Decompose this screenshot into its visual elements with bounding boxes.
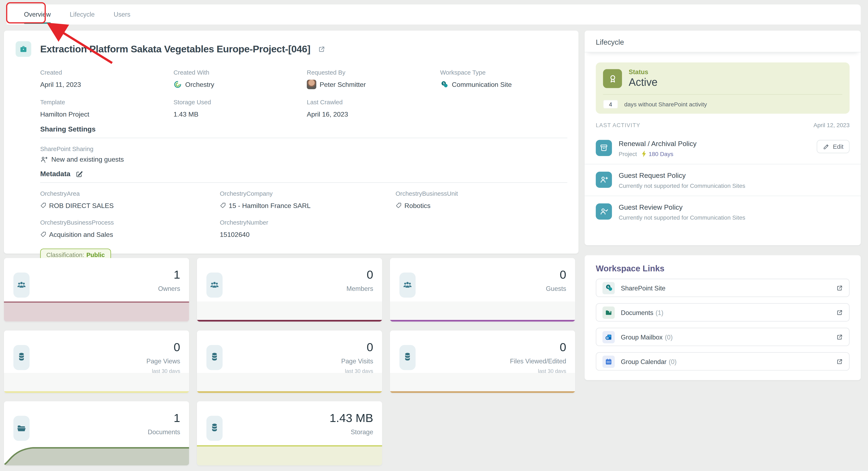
policy-title: Renewal / Archival Policy	[619, 140, 696, 148]
divider	[40, 138, 567, 138]
link-group-calendar[interactable]: Group Calendar (0)	[596, 352, 850, 371]
database-icon	[13, 345, 30, 370]
tag-icon	[396, 202, 402, 209]
members-sparkline	[197, 301, 382, 322]
stat-label: Guests	[546, 285, 566, 292]
page-visits-sparkline	[197, 373, 382, 393]
person-plus-icon	[596, 172, 612, 188]
field-template: Template Hamilton Project	[40, 99, 174, 119]
status-value: Active	[629, 76, 657, 89]
lifecycle-heading: Lifecycle	[585, 31, 861, 53]
database-icon	[400, 345, 416, 370]
divider	[40, 182, 567, 183]
annotation-highlight-box	[6, 2, 46, 24]
edit-metadata-icon[interactable]	[75, 170, 83, 178]
metadata-business-process: OrchestryBusinessProcess Acquisition and…	[40, 219, 220, 239]
open-workspace-external-icon[interactable]	[318, 45, 326, 53]
stat-label: Files Viewed/Edited	[510, 358, 566, 364]
stat-value: 1	[174, 268, 180, 281]
stat-label: Documents	[148, 429, 180, 435]
sharepoint-sharing-label: SharePoint Sharing	[40, 145, 567, 152]
outlook-icon	[602, 331, 615, 343]
stat-value: 1	[174, 411, 180, 425]
last-activity-label: LAST ACTIVITY	[596, 122, 640, 128]
policy-title: Guest Request Policy	[619, 172, 745, 179]
orchestry-logo-icon	[174, 80, 182, 89]
database-icon	[207, 416, 223, 441]
workspace-links-card: Workspace Links S SharePoint Site Docume…	[585, 255, 861, 380]
stat-card-owners[interactable]: 1 Owners	[4, 258, 189, 322]
external-link-icon	[836, 358, 843, 365]
link-documents[interactable]: Documents (1)	[596, 303, 850, 322]
field-created: Created April 11, 2023	[40, 69, 174, 89]
sharing-settings-heading: Sharing Settings	[40, 126, 567, 133]
metadata-business-unit: OrchestryBusinessUnit Robotics	[396, 190, 567, 210]
documents-sparkline	[4, 445, 189, 465]
stat-card-guests[interactable]: 0 Guests	[390, 258, 575, 322]
stat-row-membership: 1 Owners 0 Members 0 Guests	[4, 258, 575, 322]
archive-icon	[596, 140, 612, 156]
stat-label: Members	[346, 285, 373, 292]
stat-value: 0	[174, 340, 180, 354]
policy-subtitle: Project 180 Days	[619, 150, 696, 157]
stat-value: 0	[367, 268, 373, 281]
stat-card-page-views[interactable]: 0 Page Views last 30 days	[4, 331, 189, 393]
folder-icon	[13, 416, 30, 441]
field-last-crawled: Last Crawled April 16, 2023	[307, 99, 440, 119]
link-group-mailbox[interactable]: Group Mailbox (0)	[596, 328, 850, 346]
avatar	[307, 80, 316, 89]
stat-card-members[interactable]: 0 Members	[197, 258, 382, 322]
people-icon	[13, 273, 30, 298]
tag-icon	[220, 202, 226, 209]
people-plus-icon	[40, 156, 48, 163]
stat-value: 0	[560, 340, 566, 354]
guests-sparkline	[390, 301, 575, 322]
workspace-fields: Created April 11, 2023 Created With Orch…	[40, 69, 567, 119]
calendar-icon	[602, 355, 615, 368]
policy-title: Guest Review Policy	[619, 203, 745, 211]
storage-sparkline	[197, 445, 382, 465]
metadata-heading: Metadata	[40, 170, 567, 178]
policy-subtitle: Currently not supported for Communicatio…	[619, 182, 745, 189]
field-workspace-type: Workspace Type S Communication Site	[440, 69, 573, 89]
lightning-icon	[641, 150, 646, 157]
metadata-company: OrchestryCompany 15 - Hamilton France SA…	[220, 190, 396, 210]
page-title: Extraction Platform Sakata Vegetables Eu…	[40, 43, 310, 55]
stat-card-files-viewed-edited[interactable]: 0 Files Viewed/Edited last 30 days	[390, 331, 575, 393]
workspace-overview-page: Overview Lifecycle Users Extraction P	[0, 0, 868, 471]
workspace-links-heading: Workspace Links	[585, 255, 861, 279]
stat-label: Owners	[158, 285, 180, 292]
files-sparkline	[390, 373, 575, 393]
tag-icon	[40, 231, 46, 237]
person-check-icon	[596, 203, 612, 220]
database-icon	[207, 345, 223, 370]
external-link-icon	[836, 309, 843, 315]
tab-users[interactable]: Users	[104, 4, 140, 25]
field-created-with: Created With Orchestry	[174, 69, 307, 89]
last-activity-row: LAST ACTIVITY April 12, 2023	[596, 122, 850, 128]
sharepoint-icon: S	[602, 282, 615, 294]
renewal-archival-policy-row: Renewal / Archival Policy Project 180 Da…	[585, 133, 861, 164]
award-icon	[603, 69, 622, 88]
status-panel: Status Active 4 days without SharePoint …	[596, 62, 850, 114]
metadata-fields: OrchestryArea ROB DIRECT SALES Orchestry…	[40, 190, 567, 239]
people-icon	[207, 273, 223, 298]
external-link-icon	[836, 333, 843, 340]
external-link-icon	[836, 284, 843, 291]
inactivity-days-value: 4	[603, 100, 618, 109]
field-storage-used: Storage Used 1.43 MB	[174, 99, 307, 119]
tab-lifecycle[interactable]: Lifecycle	[60, 4, 104, 25]
svg-text:S: S	[443, 82, 444, 85]
last-activity-date: April 12, 2023	[813, 122, 850, 128]
stat-label: Storage	[351, 429, 373, 435]
stat-card-storage[interactable]: 1.43 MB Storage	[197, 401, 382, 465]
svg-text:S: S	[607, 285, 609, 289]
edit-policy-button[interactable]: Edit	[817, 140, 849, 153]
owners-sparkline	[4, 301, 189, 322]
stat-card-page-visits[interactable]: 0 Page Visits last 30 days	[197, 331, 382, 393]
link-sharepoint-site[interactable]: S SharePoint Site	[596, 279, 850, 297]
stat-card-documents[interactable]: 1 Documents	[4, 401, 189, 465]
tag-icon	[40, 202, 46, 209]
workspace-header: Extraction Platform Sakata Vegetables Eu…	[4, 31, 579, 57]
pencil-icon	[823, 143, 830, 150]
